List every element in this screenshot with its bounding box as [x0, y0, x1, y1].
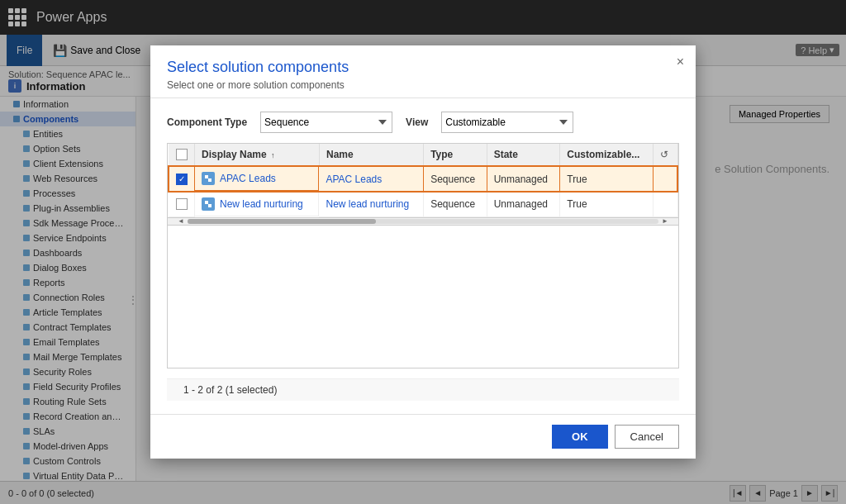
table-row[interactable]: New lead nurturing New lead nurturing Se…: [169, 192, 677, 216]
modal-footer: OK Cancel: [150, 414, 696, 459]
table-header-row: Display Name ↑ Name Type State Customiza…: [169, 144, 677, 166]
modal-title: Select solution components: [167, 59, 679, 76]
svg-rect-1: [208, 178, 212, 182]
scroll-track[interactable]: [188, 219, 658, 224]
modal-dialog: Select solution components Select one or…: [150, 45, 696, 459]
display-name-header[interactable]: Display Name ↑: [195, 144, 320, 166]
name-header[interactable]: Name: [319, 144, 423, 166]
row2-customizable: True: [560, 192, 654, 216]
modal-status-text: 1 - 2 of 2 (1 selected): [183, 384, 277, 396]
view-label: View: [406, 116, 428, 128]
modal-close-button[interactable]: ×: [677, 55, 684, 69]
row1-empty: [654, 166, 677, 192]
row1-name: APAC Leads: [319, 166, 423, 192]
svg-rect-3: [208, 204, 212, 207]
view-select[interactable]: Customizable: [441, 112, 573, 133]
scroll-right-button[interactable]: ►: [658, 217, 672, 225]
type-header[interactable]: Type: [424, 144, 487, 166]
row1-customizable: True: [560, 166, 654, 192]
refresh-header[interactable]: ↺: [654, 144, 677, 166]
table-row[interactable]: APAC Leads APAC Leads Sequence Unmanaged…: [169, 166, 677, 192]
row1-checkbox-cell[interactable]: [169, 166, 195, 192]
horizontal-scrollbar[interactable]: ◄ ►: [168, 217, 678, 226]
ok-button[interactable]: OK: [552, 425, 608, 449]
modal-status: 1 - 2 of 2 (1 selected): [167, 378, 679, 401]
select-all-header[interactable]: [169, 144, 195, 166]
row1-checkbox[interactable]: [176, 174, 188, 185]
select-all-checkbox[interactable]: [176, 149, 188, 160]
customizable-header[interactable]: Customizable...: [560, 144, 654, 166]
svg-rect-2: [205, 201, 208, 204]
row2-empty: [654, 192, 677, 216]
state-header[interactable]: State: [487, 144, 560, 166]
table-wrapper: Display Name ↑ Name Type State Customiza…: [167, 143, 679, 368]
row2-type: Sequence: [424, 192, 487, 216]
filter-row: Component Type Sequence View Customizabl…: [167, 112, 679, 133]
table-scroll[interactable]: Display Name ↑ Name Type State Customiza…: [168, 144, 678, 217]
scroll-thumb[interactable]: [188, 219, 376, 224]
modal-body: Component Type Sequence View Customizabl…: [150, 98, 696, 414]
row1-display-name: APAC Leads: [195, 167, 319, 191]
cancel-button[interactable]: Cancel: [615, 425, 679, 449]
row2-name: New lead nurturing: [319, 192, 423, 216]
row1-type-icon: [202, 172, 215, 185]
scroll-left-button[interactable]: ◄: [174, 217, 188, 225]
sort-asc-icon: ↑: [271, 151, 275, 159]
row2-display-name: New lead nurturing: [195, 193, 319, 216]
modal-overlay: Select solution components Select one or…: [0, 0, 846, 504]
modal-header: Select solution components Select one or…: [150, 45, 696, 98]
row2-checkbox-cell[interactable]: [169, 192, 195, 216]
row2-type-icon: [202, 197, 215, 211]
row1-state: Unmanaged: [487, 166, 560, 192]
data-table: Display Name ↑ Name Type State Customiza…: [168, 144, 678, 217]
modal-subtitle: Select one or more solution components: [167, 79, 679, 91]
row1-type: Sequence: [424, 166, 487, 192]
component-type-select[interactable]: Sequence: [260, 112, 392, 133]
svg-rect-0: [205, 175, 208, 178]
row2-checkbox[interactable]: [176, 198, 188, 210]
component-type-label: Component Type: [167, 116, 247, 128]
row2-state: Unmanaged: [487, 192, 560, 216]
